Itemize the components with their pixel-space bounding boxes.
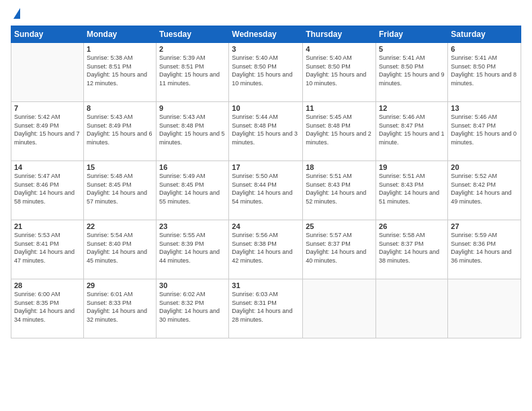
day-number: 29 (87, 281, 153, 289)
day-info: Sunrise: 6:01 AMSunset: 8:33 PMDaylight:… (87, 290, 153, 324)
day-number: 19 (379, 163, 445, 171)
calendar-cell: 21Sunrise: 5:53 AMSunset: 8:41 PMDayligh… (11, 220, 84, 279)
day-info: Sunrise: 5:54 AMSunset: 8:40 PMDaylight:… (87, 231, 153, 265)
day-info: Sunrise: 5:38 AMSunset: 8:51 PMDaylight:… (87, 54, 153, 87)
calendar-header-wednesday: Wednesday (229, 26, 303, 43)
day-number: 17 (232, 163, 300, 171)
calendar-header-saturday: Saturday (448, 26, 521, 43)
day-info: Sunrise: 5:39 AMSunset: 8:51 PMDaylight:… (159, 54, 226, 87)
logo (11, 8, 20, 20)
calendar-week-2: 7Sunrise: 5:42 AMSunset: 8:49 PMDaylight… (11, 102, 521, 161)
day-info: Sunrise: 6:03 AMSunset: 8:31 PMDaylight:… (232, 290, 300, 324)
day-number: 23 (159, 222, 226, 230)
calendar-cell: 4Sunrise: 5:40 AMSunset: 8:50 PMDaylight… (303, 43, 376, 102)
calendar-cell: 18Sunrise: 5:51 AMSunset: 8:43 PMDayligh… (303, 161, 376, 220)
calendar-cell: 8Sunrise: 5:43 AMSunset: 8:49 PMDaylight… (83, 102, 156, 161)
calendar-cell: 28Sunrise: 6:00 AMSunset: 8:35 PMDayligh… (11, 279, 84, 338)
calendar-week-5: 28Sunrise: 6:00 AMSunset: 8:35 PMDayligh… (11, 279, 521, 338)
day-info: Sunrise: 5:45 AMSunset: 8:48 PMDaylight:… (306, 113, 373, 146)
day-number: 27 (451, 222, 518, 230)
day-info: Sunrise: 5:57 AMSunset: 8:37 PMDaylight:… (306, 231, 373, 265)
calendar-header-friday: Friday (376, 26, 448, 43)
day-info: Sunrise: 5:43 AMSunset: 8:48 PMDaylight:… (159, 113, 226, 146)
day-number: 16 (159, 163, 226, 171)
day-number: 24 (232, 222, 300, 230)
calendar-cell: 16Sunrise: 5:49 AMSunset: 8:45 PMDayligh… (157, 161, 229, 220)
calendar-header-thursday: Thursday (303, 26, 376, 43)
calendar-cell: 14Sunrise: 5:47 AMSunset: 8:46 PMDayligh… (11, 161, 84, 220)
calendar-cell: 6Sunrise: 5:41 AMSunset: 8:50 PMDaylight… (448, 43, 521, 102)
day-number: 31 (232, 281, 300, 289)
day-info: Sunrise: 5:50 AMSunset: 8:44 PMDaylight:… (232, 172, 300, 205)
calendar-cell: 9Sunrise: 5:43 AMSunset: 8:48 PMDaylight… (157, 102, 229, 161)
page: SundayMondayTuesdayWednesdayThursdayFrid… (0, 0, 532, 411)
calendar-header-tuesday: Tuesday (157, 26, 229, 43)
calendar-week-3: 14Sunrise: 5:47 AMSunset: 8:46 PMDayligh… (11, 161, 521, 220)
calendar-cell: 1Sunrise: 5:38 AMSunset: 8:51 PMDaylight… (83, 43, 156, 102)
calendar-cell: 13Sunrise: 5:46 AMSunset: 8:47 PMDayligh… (448, 102, 521, 161)
calendar-cell: 22Sunrise: 5:54 AMSunset: 8:40 PMDayligh… (83, 220, 156, 279)
day-number: 6 (451, 45, 518, 53)
calendar-cell: 17Sunrise: 5:50 AMSunset: 8:44 PMDayligh… (229, 161, 303, 220)
day-info: Sunrise: 5:53 AMSunset: 8:41 PMDaylight:… (14, 231, 81, 265)
day-info: Sunrise: 5:40 AMSunset: 8:50 PMDaylight:… (232, 54, 300, 87)
calendar-cell: 29Sunrise: 6:01 AMSunset: 8:33 PMDayligh… (83, 279, 156, 338)
calendar-cell: 24Sunrise: 5:56 AMSunset: 8:38 PMDayligh… (229, 220, 303, 279)
day-number: 2 (159, 45, 226, 53)
day-number: 10 (232, 104, 300, 112)
day-number: 20 (451, 163, 518, 171)
day-info: Sunrise: 5:49 AMSunset: 8:45 PMDaylight:… (159, 172, 226, 205)
day-info: Sunrise: 5:59 AMSunset: 8:36 PMDaylight:… (451, 231, 518, 265)
calendar-week-4: 21Sunrise: 5:53 AMSunset: 8:41 PMDayligh… (11, 220, 521, 279)
calendar-cell: 26Sunrise: 5:58 AMSunset: 8:37 PMDayligh… (376, 220, 448, 279)
day-number: 21 (14, 222, 81, 230)
calendar-header-monday: Monday (83, 26, 156, 43)
day-info: Sunrise: 5:48 AMSunset: 8:45 PMDaylight:… (87, 172, 153, 205)
logo-triangle-icon (13, 8, 20, 19)
day-info: Sunrise: 5:51 AMSunset: 8:43 PMDaylight:… (306, 172, 373, 205)
day-info: Sunrise: 6:02 AMSunset: 8:32 PMDaylight:… (159, 290, 226, 324)
day-number: 9 (159, 104, 226, 112)
day-number: 26 (379, 222, 445, 230)
day-info: Sunrise: 5:55 AMSunset: 8:39 PMDaylight:… (159, 231, 226, 265)
day-info: Sunrise: 5:46 AMSunset: 8:47 PMDaylight:… (451, 113, 518, 146)
day-number: 22 (87, 222, 153, 230)
day-info: Sunrise: 5:43 AMSunset: 8:49 PMDaylight:… (87, 113, 153, 146)
day-number: 13 (451, 104, 518, 112)
calendar-cell: 5Sunrise: 5:41 AMSunset: 8:50 PMDaylight… (376, 43, 448, 102)
day-info: Sunrise: 5:56 AMSunset: 8:38 PMDaylight:… (232, 231, 300, 265)
calendar-cell: 25Sunrise: 5:57 AMSunset: 8:37 PMDayligh… (303, 220, 376, 279)
day-info: Sunrise: 5:46 AMSunset: 8:47 PMDaylight:… (379, 113, 445, 146)
calendar-cell: 27Sunrise: 5:59 AMSunset: 8:36 PMDayligh… (448, 220, 521, 279)
day-number: 11 (306, 104, 373, 112)
day-info: Sunrise: 5:42 AMSunset: 8:49 PMDaylight:… (14, 113, 81, 146)
day-info: Sunrise: 5:41 AMSunset: 8:50 PMDaylight:… (379, 54, 445, 87)
calendar-header-row: SundayMondayTuesdayWednesdayThursdayFrid… (11, 26, 521, 43)
calendar-cell: 23Sunrise: 5:55 AMSunset: 8:39 PMDayligh… (157, 220, 229, 279)
calendar-cell: 11Sunrise: 5:45 AMSunset: 8:48 PMDayligh… (303, 102, 376, 161)
day-info: Sunrise: 5:52 AMSunset: 8:42 PMDaylight:… (451, 172, 518, 205)
day-info: Sunrise: 5:41 AMSunset: 8:50 PMDaylight:… (451, 54, 518, 87)
calendar-cell (303, 279, 376, 338)
calendar-cell: 12Sunrise: 5:46 AMSunset: 8:47 PMDayligh… (376, 102, 448, 161)
day-number: 7 (14, 104, 81, 112)
day-number: 30 (159, 281, 226, 289)
day-number: 25 (306, 222, 373, 230)
day-number: 28 (14, 281, 81, 289)
day-info: Sunrise: 5:40 AMSunset: 8:50 PMDaylight:… (306, 54, 373, 87)
day-number: 15 (87, 163, 153, 171)
day-number: 12 (379, 104, 445, 112)
calendar-header-sunday: Sunday (11, 26, 84, 43)
day-number: 5 (379, 45, 445, 53)
calendar-cell: 19Sunrise: 5:51 AMSunset: 8:43 PMDayligh… (376, 161, 448, 220)
header (11, 8, 521, 20)
day-number: 18 (306, 163, 373, 171)
day-info: Sunrise: 5:44 AMSunset: 8:48 PMDaylight:… (232, 113, 300, 146)
day-info: Sunrise: 5:58 AMSunset: 8:37 PMDaylight:… (379, 231, 445, 265)
calendar-cell (376, 279, 448, 338)
day-number: 4 (306, 45, 373, 53)
day-number: 1 (87, 45, 153, 53)
calendar-cell: 20Sunrise: 5:52 AMSunset: 8:42 PMDayligh… (448, 161, 521, 220)
day-info: Sunrise: 6:00 AMSunset: 8:35 PMDaylight:… (14, 290, 81, 324)
calendar-cell: 30Sunrise: 6:02 AMSunset: 8:32 PMDayligh… (157, 279, 229, 338)
